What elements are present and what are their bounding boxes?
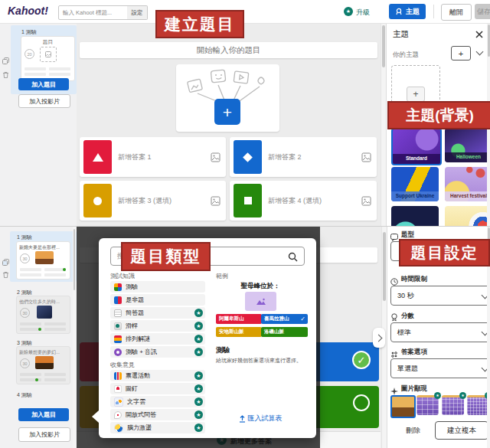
type-item-brainstorm[interactable]: 腦力激盪 ★ [110, 422, 205, 433]
add-media-button[interactable]: + [214, 99, 240, 125]
theme-tile-standard[interactable]: Standard [391, 128, 442, 165]
time-limit-dropdown[interactable]: 30 秒 [390, 286, 490, 306]
premium-star-badge: ★ [194, 423, 203, 432]
theme-tile-partial-beach[interactable] [445, 206, 490, 226]
type-item-label: 圖釘 [126, 384, 138, 393]
sidebar-scrollbar-thumb[interactable] [74, 229, 75, 290]
short-answer-icon [114, 309, 122, 317]
your-themes-label: 你的主題 [393, 51, 419, 60]
slide-2-thumbnail[interactable]: 他們交往多久的時... 30 [16, 296, 70, 334]
timer-badge: 30 [20, 308, 30, 318]
premium-star-badge: ★ [194, 371, 203, 380]
canvas-scrollbar-track [381, 23, 386, 226]
answer-2-placeholder: 新增答案 2 [268, 137, 302, 177]
square-shape-icon [234, 184, 262, 217]
import-link-label: 匯入試算表 [248, 414, 283, 423]
delete-slide-icon[interactable] [2, 267, 9, 281]
kahoot-title-input[interactable]: 輸入 Kahoot 標題... [58, 5, 132, 20]
reveal-thumb-4[interactable]: ★ [467, 395, 489, 415]
slide-1-image [35, 251, 54, 264]
reveal-thumb-3[interactable]: ★ [442, 395, 464, 415]
diamond-shape-icon [234, 140, 262, 174]
type-item-label: 文字雲 [127, 397, 145, 406]
import-spreadsheet-link[interactable]: 匯入試算表 [216, 414, 305, 423]
type-item-poll[interactable]: 票選活動 ★ [110, 370, 205, 381]
theme-tile-partial-space[interactable] [391, 206, 439, 226]
example-answer-green: 洛磯山脈 [261, 327, 308, 337]
answer-options-dropdown[interactable]: 單選題 [390, 358, 490, 378]
upgrade-link[interactable]: 升級 [356, 8, 370, 18]
type-item-short-answer[interactable]: 簡答題 ★ [110, 307, 205, 319]
delete-slide-icon[interactable] [2, 67, 9, 81]
answer-2-image-icon[interactable] [361, 152, 371, 165]
answer-input-1[interactable]: 新增答案 1 [80, 137, 226, 177]
type-item-true-false[interactable]: 是非題 [110, 294, 205, 306]
type-item-label: 測驗 [126, 283, 138, 291]
media-upload-card[interactable]: + [176, 64, 279, 132]
theme-name: Harvest festival [445, 191, 490, 201]
answer-input-3[interactable]: 新增答案 3 (選填) [80, 181, 226, 221]
search-icon[interactable] [288, 252, 298, 263]
answer-3-image-icon[interactable] [211, 195, 220, 209]
poll-icon [114, 372, 122, 380]
type-item-slider[interactable]: 滑桿 ★ [110, 320, 205, 332]
type-item-puzzle[interactable]: 排列解謎 ★ [110, 333, 205, 345]
correct-dot [63, 268, 66, 271]
themes-button[interactable]: 主題 [389, 4, 426, 19]
correct-toggle-checked[interactable]: ✓ [352, 351, 371, 369]
duplicate-slide-icon[interactable] [2, 54, 9, 67]
slide-1-thumbnail[interactable]: 新婚夫妻是在那裡... 30 [16, 241, 70, 280]
example-label: 範例 [216, 272, 228, 280]
canvas-scrollbar-thumb-bottom[interactable] [383, 232, 386, 301]
reveal-thumb-2[interactable]: ★ [416, 395, 439, 415]
question-title-input[interactable]: 開始輸入你的題目 [80, 42, 377, 58]
type-item-drop-pin[interactable]: 圖釘 ★ [110, 383, 205, 394]
points-dropdown[interactable]: 標準 [390, 322, 490, 342]
add-theme-button[interactable]: + [451, 46, 471, 60]
type-item-label: 排列解謎 [126, 335, 150, 343]
close-icon[interactable] [475, 28, 484, 42]
theme-panel-title: 主題 [393, 29, 409, 40]
add-question-button-top[interactable]: 加入題目 [18, 78, 69, 90]
duplicate-question-button[interactable]: 建立複本 [435, 421, 488, 440]
slide-thumbnail[interactable]: 題目 20 [21, 36, 75, 81]
panel-collapse-handle[interactable] [373, 328, 385, 348]
slide-3-image [35, 356, 54, 369]
delete-question-button[interactable]: 刪除 [398, 423, 429, 438]
premium-star-badge: ★ [194, 335, 203, 343]
add-slide-button-top[interactable]: 加入投影片 [18, 94, 70, 108]
exit-button[interactable]: 離開 [441, 4, 472, 21]
type-item-quiz[interactable]: 測驗 [110, 281, 205, 293]
chevron-down-icon[interactable] [476, 48, 484, 56]
type-item-open-ended[interactable]: 開放式問答 ★ [110, 409, 205, 420]
add-slide-button-bottom[interactable]: 加入投影片 [18, 427, 70, 442]
annotation-create-question: 建立題目 [155, 10, 244, 38]
thumb-question-title: 題目 [21, 39, 74, 46]
type-item-word-cloud[interactable]: 文字雲 ★ [110, 396, 205, 407]
slide-2-title: 他們交往多久的時... [19, 299, 68, 306]
answer-4-image-icon[interactable] [361, 195, 371, 209]
add-question-button-bottom[interactable]: 加入題目 [18, 408, 69, 421]
theme-tile-harvest-festival[interactable]: Harvest festival [445, 167, 490, 201]
slider-icon [114, 322, 122, 330]
upgrade-star-icon[interactable]: ★ [344, 7, 353, 16]
canvas-scrollbar-thumb[interactable] [382, 25, 385, 67]
answer-input-2[interactable]: 新增答案 2 [230, 137, 377, 177]
slide-3-thumbnail[interactable]: 新娘最想要的夢幻... 30 [16, 346, 70, 384]
theme-tile-support-ukraine[interactable]: Support Ukraine [391, 167, 439, 201]
reveal-thumb-selected[interactable] [390, 395, 416, 418]
title-settings-button[interactable]: 設定 [127, 5, 148, 20]
answer-input-4[interactable]: 新增答案 4 (選填) [230, 181, 377, 221]
sidebar-scrollbar-track [73, 226, 76, 448]
slide-item-4-label[interactable]: 4 測驗 [17, 391, 32, 399]
theme-tile-halloween[interactable]: Halloween [445, 128, 490, 162]
modal-pointer-arrow [92, 410, 99, 423]
premium-star-badge: ★ [194, 384, 203, 393]
correct-toggle-unchecked[interactable] [353, 394, 370, 411]
timer-badge: 30 [20, 358, 30, 368]
word-cloud-icon [114, 397, 123, 407]
type-item-label: 簡答題 [126, 309, 144, 317]
save-button[interactable]: 儲存 [475, 4, 490, 19]
type-item-quiz-audio[interactable]: 測驗 + 音訊 ★ [110, 346, 205, 358]
answer-1-image-icon[interactable] [211, 152, 220, 165]
